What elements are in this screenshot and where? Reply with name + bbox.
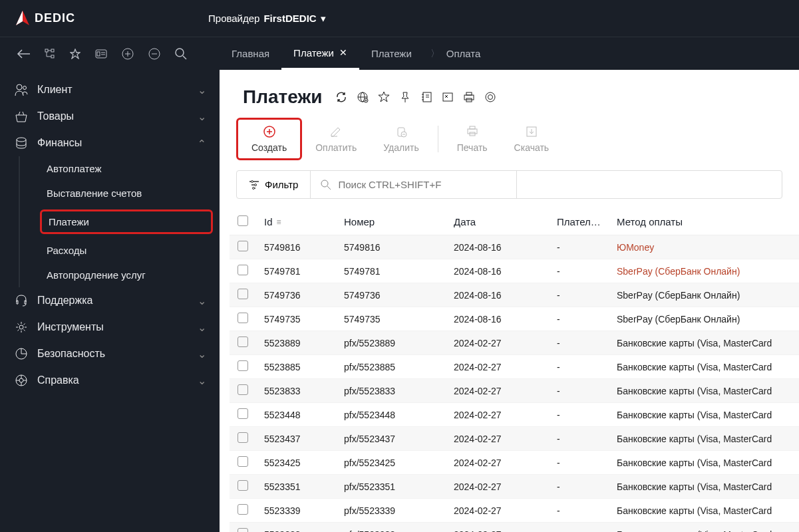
row-checkbox[interactable] xyxy=(238,456,248,467)
cell-date: 2024-08-16 xyxy=(446,283,549,307)
table-row[interactable]: 5523425 pfx/5523425 2024-02-27 - Банковс… xyxy=(230,451,799,475)
select-all-checkbox[interactable] xyxy=(238,215,248,226)
row-checkbox[interactable] xyxy=(238,336,248,347)
tab-payments-active[interactable]: Платежи ✕ xyxy=(281,37,359,70)
pay-button[interactable]: Оплатить xyxy=(302,120,370,158)
svg-rect-0 xyxy=(45,49,48,52)
search-box[interactable] xyxy=(311,171,517,198)
help-icon xyxy=(13,374,29,387)
globe-icon[interactable] xyxy=(357,91,369,103)
sidebar-item-help[interactable]: Справка ⌄ xyxy=(0,367,220,394)
row-checkbox[interactable] xyxy=(238,480,248,491)
target-icon[interactable] xyxy=(484,91,496,103)
back-icon[interactable] xyxy=(17,49,30,59)
printer-icon[interactable] xyxy=(463,91,475,103)
pin-icon[interactable] xyxy=(399,91,411,103)
table-row[interactable]: 5749781 5749781 2024-08-16 - SberPay (Сб… xyxy=(230,259,799,283)
cell-number: pfx/5523833 xyxy=(336,379,446,403)
sub-item-payments[interactable]: Платежи xyxy=(40,209,213,234)
th-payer[interactable]: Плател… xyxy=(549,209,609,235)
th-method[interactable]: Метод оплаты xyxy=(609,209,799,235)
tree-icon[interactable] xyxy=(45,49,55,59)
tab-home[interactable]: Главная xyxy=(220,37,281,70)
plus-circle-icon[interactable] xyxy=(122,48,134,60)
logo[interactable]: DEDIC xyxy=(13,9,75,28)
star-outline-icon[interactable] xyxy=(378,91,390,103)
filter-button[interactable]: Фильтр xyxy=(237,171,311,198)
search-icon[interactable] xyxy=(175,48,187,60)
row-checkbox[interactable] xyxy=(238,408,248,419)
sub-item-invoicing[interactable]: Выставление счетов xyxy=(40,181,220,205)
search-input[interactable] xyxy=(338,179,506,190)
breadcrumb-payments[interactable]: Платежи xyxy=(359,37,424,70)
chart-icon xyxy=(13,347,29,360)
svg-point-32 xyxy=(251,180,253,182)
minus-circle-icon[interactable] xyxy=(148,48,160,60)
sidebar-item-support[interactable]: Поддержка ⌄ xyxy=(0,287,220,314)
svg-rect-20 xyxy=(466,92,472,95)
print-button[interactable]: Печать xyxy=(444,120,501,158)
provider-select[interactable]: Провайдер FirstDEDIC ▾ xyxy=(208,13,326,25)
cell-number: 5749735 xyxy=(336,307,446,331)
sidebar-item-client[interactable]: Клиент ⌄ xyxy=(0,76,220,103)
table-row[interactable]: 5523885 pfx/5523885 2024-02-27 - Банковс… xyxy=(230,355,799,379)
table-row[interactable]: 5749816 5749816 2024-08-16 - ЮMoney xyxy=(230,235,799,259)
svg-point-34 xyxy=(253,187,255,189)
star-icon[interactable] xyxy=(70,49,80,59)
cell-method: Банковские карты (Visa, MasterCard xyxy=(609,499,799,523)
create-button[interactable]: Создать xyxy=(236,118,302,160)
row-checkbox[interactable] xyxy=(238,241,248,251)
table-row[interactable]: 5523833 pfx/5523833 2024-02-27 - Банковс… xyxy=(230,379,799,403)
cell-date: 2024-08-16 xyxy=(446,307,549,331)
table-row[interactable]: 5749735 5749735 2024-08-16 - SberPay (Сб… xyxy=(230,307,799,331)
download-button[interactable]: Скачать xyxy=(501,120,563,158)
svg-point-10 xyxy=(17,138,26,142)
row-checkbox[interactable] xyxy=(238,313,248,323)
close-icon[interactable]: ✕ xyxy=(339,47,347,58)
tab-label: Оплата xyxy=(446,48,481,59)
row-checkbox[interactable] xyxy=(238,504,248,515)
row-checkbox[interactable] xyxy=(238,360,248,371)
row-checkbox[interactable] xyxy=(238,528,248,532)
sidebar-item-security[interactable]: Безопасность ⌄ xyxy=(0,340,220,367)
sort-icon[interactable]: ≡ xyxy=(277,217,281,227)
sidebar-item-label: Справка xyxy=(37,374,198,386)
table-row[interactable]: 5523889 pfx/5523889 2024-02-27 - Банковс… xyxy=(230,331,799,355)
refresh-icon[interactable] xyxy=(335,91,347,103)
image-x-icon[interactable] xyxy=(442,91,454,103)
top-bar: DEDIC Провайдер FirstDEDIC ▾ xyxy=(0,0,799,37)
table-row[interactable]: 5523351 pfx/5523351 2024-02-27 - Банковс… xyxy=(230,475,799,499)
cell-id: 5523425 xyxy=(256,451,336,475)
chevron-down-icon: ▾ xyxy=(321,13,326,25)
row-checkbox[interactable] xyxy=(238,384,248,395)
row-checkbox[interactable] xyxy=(238,289,248,299)
svg-rect-19 xyxy=(443,93,452,101)
table-row[interactable]: 5523448 pfx/5523448 2024-02-27 - Банковс… xyxy=(230,403,799,427)
id-card-icon[interactable] xyxy=(95,49,107,59)
cell-method: SberPay (СберБанк Онлайн) xyxy=(609,283,799,307)
row-checkbox[interactable] xyxy=(238,432,248,443)
breadcrumb-payment[interactable]: Оплата xyxy=(446,37,493,70)
sub-item-expenses[interactable]: Расходы xyxy=(40,238,220,263)
th-number[interactable]: Номер xyxy=(336,209,446,235)
cell-date: 2024-02-27 xyxy=(446,499,549,523)
sidebar-item-finance[interactable]: Финансы ⌄ xyxy=(0,130,220,156)
sub-item-autopay[interactable]: Автоплатеж xyxy=(40,156,220,181)
table-row[interactable]: 5749736 5749736 2024-08-16 - SberPay (Сб… xyxy=(230,283,799,307)
cell-date: 2024-02-27 xyxy=(446,475,549,499)
sidebar-item-tools[interactable]: Инструменты ⌄ xyxy=(0,314,220,340)
sidebar-item-products[interactable]: Товары ⌄ xyxy=(0,103,220,130)
th-id[interactable]: Id xyxy=(264,216,273,227)
sub-item-renewal[interactable]: Автопродление услуг xyxy=(40,263,220,287)
delete-button[interactable]: Удалить xyxy=(370,120,432,158)
table-row[interactable]: 5523437 pfx/5523437 2024-02-27 - Банковс… xyxy=(230,427,799,451)
table-row[interactable]: 5523339 pfx/5523339 2024-02-27 - Банковс… xyxy=(230,499,799,523)
table-row[interactable]: 5523288 pfx/5523288 2024-02-27 - Банковс… xyxy=(230,523,799,533)
row-checkbox[interactable] xyxy=(238,265,248,275)
sidebar-item-label: Товары xyxy=(37,110,198,122)
chevron-down-icon: ⌄ xyxy=(198,374,206,387)
notebook-icon[interactable] xyxy=(420,91,432,103)
th-date[interactable]: Дата xyxy=(446,209,549,235)
action-label: Оплатить xyxy=(315,142,357,153)
cell-method: Банковские карты (Visa, MasterCard xyxy=(609,427,799,451)
